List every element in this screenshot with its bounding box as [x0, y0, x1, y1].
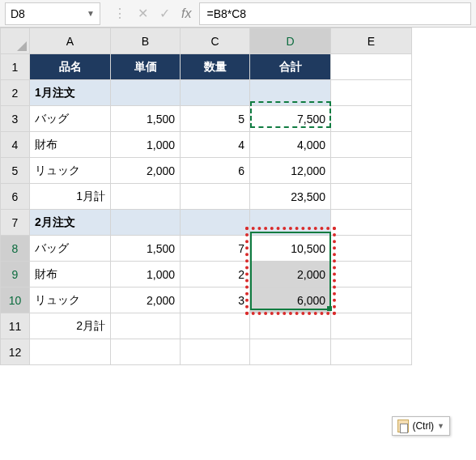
- cell-A5[interactable]: リュック: [30, 158, 111, 184]
- cell-D8[interactable]: 10,500: [250, 236, 331, 262]
- select-all-corner[interactable]: [1, 28, 30, 54]
- cell-E8[interactable]: [331, 236, 412, 262]
- cell-A9[interactable]: 財布: [30, 262, 111, 288]
- cell-C10[interactable]: 3: [181, 288, 250, 313]
- cell-C4[interactable]: 4: [181, 132, 250, 158]
- spreadsheet-grid: A B C D E 1 品名 単価 数量 合計 2 1月注文 3 バッグ 1,5…: [0, 28, 476, 365]
- cell-E12[interactable]: [331, 339, 412, 365]
- row-header-9[interactable]: 9: [1, 262, 30, 288]
- cell-B6[interactable]: [111, 184, 181, 210]
- cell-D12[interactable]: [250, 339, 331, 365]
- cell-B12[interactable]: [111, 339, 181, 365]
- formula-bar-buttons: ⋮ ✕ ✓ fx: [113, 6, 191, 21]
- cell-D1[interactable]: 合計: [250, 54, 331, 80]
- cell-E3[interactable]: [331, 106, 412, 132]
- cell-B7[interactable]: [111, 210, 181, 236]
- cell-C5[interactable]: 6: [181, 158, 250, 184]
- cell-C3[interactable]: 5: [181, 106, 250, 132]
- chevron-down-icon: ▼: [437, 422, 444, 430]
- row-header-3[interactable]: 3: [1, 106, 30, 132]
- cell-B1[interactable]: 単価: [111, 54, 181, 80]
- chevron-down-icon[interactable]: ▼: [87, 9, 95, 18]
- cell-A10[interactable]: リュック: [30, 288, 111, 313]
- formula-input[interactable]: =B8*C8: [199, 2, 471, 25]
- cell-D6[interactable]: 23,500: [250, 184, 331, 210]
- cell-A1[interactable]: 品名: [30, 54, 111, 80]
- row-header-1[interactable]: 1: [1, 54, 30, 80]
- cell-C9[interactable]: 2: [181, 262, 250, 288]
- cell-D11[interactable]: [250, 313, 331, 339]
- cell-E9[interactable]: [331, 262, 412, 288]
- fx-icon[interactable]: fx: [181, 6, 191, 21]
- paste-options-button[interactable]: (Ctrl) ▼: [392, 416, 450, 436]
- cell-A6[interactable]: 1月計: [30, 184, 111, 210]
- row-header-10[interactable]: 10: [1, 288, 30, 313]
- cell-E5[interactable]: [331, 158, 412, 184]
- cell-A3[interactable]: バッグ: [30, 106, 111, 132]
- cell-D9[interactable]: 2,000: [250, 262, 331, 288]
- name-box-value: D8: [11, 7, 25, 20]
- formula-text: =B8*C8: [206, 7, 246, 20]
- col-header-A[interactable]: A: [30, 28, 111, 54]
- cell-B5[interactable]: 2,000: [111, 158, 181, 184]
- cell-C8[interactable]: 7: [181, 236, 250, 262]
- divider-icon: ⋮: [113, 6, 126, 21]
- cell-E11[interactable]: [331, 313, 412, 339]
- cell-B2[interactable]: [111, 80, 181, 106]
- cell-D5[interactable]: 12,000: [250, 158, 331, 184]
- cell-A7[interactable]: 2月注文: [30, 210, 111, 236]
- row-header-8[interactable]: 8: [1, 236, 30, 262]
- formula-bar: D8 ▼ ⋮ ✕ ✓ fx =B8*C8: [0, 0, 476, 28]
- cell-B11[interactable]: [111, 313, 181, 339]
- row-header-11[interactable]: 11: [1, 313, 30, 339]
- cell-A2[interactable]: 1月注文: [30, 80, 111, 106]
- row-header-6[interactable]: 6: [1, 184, 30, 210]
- cell-D4[interactable]: 4,000: [250, 132, 331, 158]
- cell-A4[interactable]: 財布: [30, 132, 111, 158]
- name-box[interactable]: D8 ▼: [5, 2, 100, 25]
- row-header-5[interactable]: 5: [1, 158, 30, 184]
- col-header-E[interactable]: E: [331, 28, 412, 54]
- row-header-7[interactable]: 7: [1, 210, 30, 236]
- cell-A12[interactable]: [30, 339, 111, 365]
- cell-E2[interactable]: [331, 80, 412, 106]
- col-header-C[interactable]: C: [181, 28, 250, 54]
- cell-E6[interactable]: [331, 184, 412, 210]
- cell-D7[interactable]: [250, 210, 331, 236]
- cell-C11[interactable]: [181, 313, 250, 339]
- col-header-D[interactable]: D: [250, 28, 331, 54]
- col-header-B[interactable]: B: [111, 28, 181, 54]
- cell-B9[interactable]: 1,000: [111, 262, 181, 288]
- cell-E7[interactable]: [331, 210, 412, 236]
- cell-D2[interactable]: [250, 80, 331, 106]
- cell-E10[interactable]: [331, 288, 412, 313]
- cell-D10[interactable]: 6,000: [250, 288, 331, 313]
- cell-B4[interactable]: 1,000: [111, 132, 181, 158]
- cell-B10[interactable]: 2,000: [111, 288, 181, 313]
- cell-B3[interactable]: 1,500: [111, 106, 181, 132]
- cell-C6[interactable]: [181, 184, 250, 210]
- cell-E1[interactable]: [331, 54, 412, 80]
- cell-A11[interactable]: 2月計: [30, 313, 111, 339]
- cell-C1[interactable]: 数量: [181, 54, 250, 80]
- cell-C2[interactable]: [181, 80, 250, 106]
- paste-options-label: (Ctrl): [412, 420, 434, 432]
- cell-B8[interactable]: 1,500: [111, 236, 181, 262]
- row-header-12[interactable]: 12: [1, 339, 30, 365]
- cell-A8[interactable]: バッグ: [30, 236, 111, 262]
- cell-C12[interactable]: [181, 339, 250, 365]
- enter-icon[interactable]: ✓: [159, 6, 170, 21]
- cell-E4[interactable]: [331, 132, 412, 158]
- cells-table: A B C D E 1 品名 単価 数量 合計 2 1月注文 3 バッグ 1,5…: [0, 28, 412, 365]
- row-header-2[interactable]: 2: [1, 80, 30, 106]
- cell-C7[interactable]: [181, 210, 250, 236]
- clipboard-icon: [397, 420, 409, 432]
- cell-D3[interactable]: 7,500: [250, 106, 331, 132]
- row-header-4[interactable]: 4: [1, 132, 30, 158]
- cancel-icon[interactable]: ✕: [138, 6, 148, 21]
